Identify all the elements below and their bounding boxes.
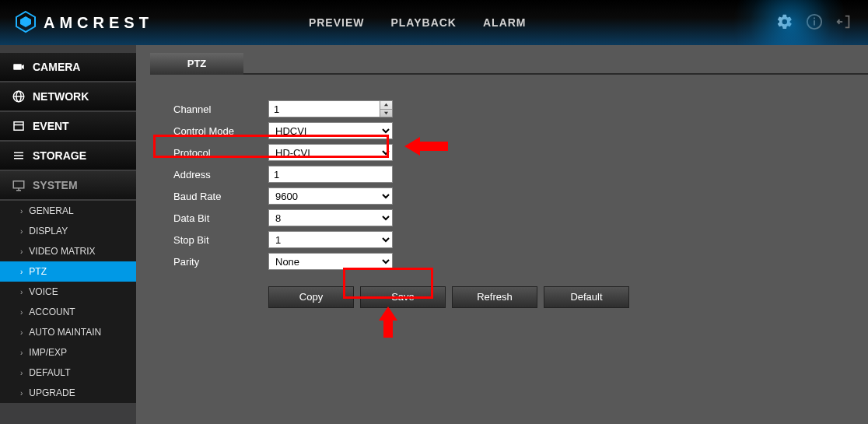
svg-rect-5 [13,64,22,70]
nav-icons [776,13,852,33]
sidebar-item-event[interactable]: EVENT [0,112,136,140]
sub-item-general[interactable]: ›GENERAL [0,201,136,221]
protocol-select[interactable]: HD-CVI [268,144,393,161]
stop-bit-select[interactable]: 1 [268,231,393,248]
brand: AMCREST [14,10,153,36]
control-mode-select[interactable]: HDCVI [268,122,393,139]
nav-tab-alarm[interactable]: ALARM [483,16,527,29]
sidebar-label: SYSTEM [33,179,78,191]
label-control-mode: Control Mode [173,125,268,137]
sub-item-imp-exp[interactable]: ›IMP/EXP [0,342,136,363]
label-address: Address [173,169,268,180]
logout-icon[interactable] [835,13,852,33]
svg-marker-17 [384,103,388,106]
sidebar-item-system[interactable]: SYSTEM [0,171,136,199]
sub-item-display[interactable]: ›DISPLAY [0,221,136,241]
settings-icon[interactable] [776,13,793,33]
system-icon [9,178,28,192]
brand-text: AMCREST [44,14,153,32]
sidebar-item-network[interactable]: NETWORK [0,82,136,110]
copy-button[interactable]: Copy [268,286,354,308]
label-stop-bit: Stop Bit [173,234,268,246]
save-button[interactable]: Save [360,286,446,308]
annotation-arrow-save [376,307,400,340]
label-channel: Channel [173,103,268,115]
sidebar-item-storage[interactable]: STORAGE [0,142,136,170]
sidebar-label: STORAGE [33,149,86,162]
label-data-bit: Data Bit [173,212,268,224]
sub-item-auto-maintain[interactable]: ›AUTO MAINTAIN [0,322,136,342]
content-tabs: PTZ [150,53,868,75]
nav-tab-preview[interactable]: PREVIEW [309,16,365,29]
sub-item-voice[interactable]: ›VOICE [0,282,136,302]
svg-rect-4 [814,17,815,19]
sidebar-label: NETWORK [33,90,89,103]
sidebar: CAMERA NETWORK EVENT STORAGE SYSTEM [0,45,136,424]
sub-item-ptz[interactable]: ›PTZ [0,261,136,282]
spin-down-icon[interactable] [380,110,392,117]
content-pane: PTZ Channel Control Mode HDCVI Protocol … [136,45,868,424]
sub-item-video-matrix[interactable]: ›VIDEO MATRIX [0,241,136,261]
camera-icon [9,60,28,74]
svg-rect-9 [14,122,23,131]
spin-up-icon[interactable] [380,101,392,110]
baud-rate-select[interactable]: 9600 [268,187,393,205]
svg-marker-20 [379,307,397,338]
ptz-form: Channel Control Mode HDCVI Protocol HD-C… [150,75,868,308]
refresh-button[interactable]: Refresh [452,286,537,308]
storage-icon [9,149,28,163]
sub-item-upgrade[interactable]: ›UPGRADE [0,383,136,403]
event-icon [9,119,28,133]
top-bar: AMCREST PREVIEW PLAYBACK ALARM [0,0,868,45]
data-bit-select[interactable]: 8 [268,209,393,226]
sidebar-label: EVENT [33,120,69,132]
content-tab-ptz[interactable]: PTZ [150,53,243,75]
address-input[interactable] [268,166,393,183]
nav-tab-playback[interactable]: PLAYBACK [390,16,457,29]
parity-select[interactable]: None [268,253,393,270]
nav-tabs: PREVIEW PLAYBACK ALARM [309,16,527,29]
label-parity: Parity [173,256,268,268]
svg-rect-3 [814,20,815,25]
network-icon [9,89,28,103]
sidebar-item-camera[interactable]: CAMERA [0,53,136,81]
svg-rect-14 [13,181,24,188]
svg-marker-1 [20,16,31,27]
logo-icon [14,10,37,36]
system-submenu: ›GENERAL ›DISPLAY ›VIDEO MATRIX ›PTZ ›VO… [0,201,136,403]
svg-marker-18 [384,112,388,114]
channel-spinner[interactable] [380,100,393,117]
sub-item-account[interactable]: ›ACCOUNT [0,302,136,322]
label-protocol: Protocol [173,147,268,159]
sub-item-default[interactable]: ›DEFAULT [0,363,136,383]
info-icon[interactable] [806,13,823,33]
default-button[interactable]: Default [544,286,629,308]
sidebar-label: CAMERA [33,61,80,73]
label-baud: Baud Rate [173,191,268,202]
channel-input[interactable] [268,100,380,117]
